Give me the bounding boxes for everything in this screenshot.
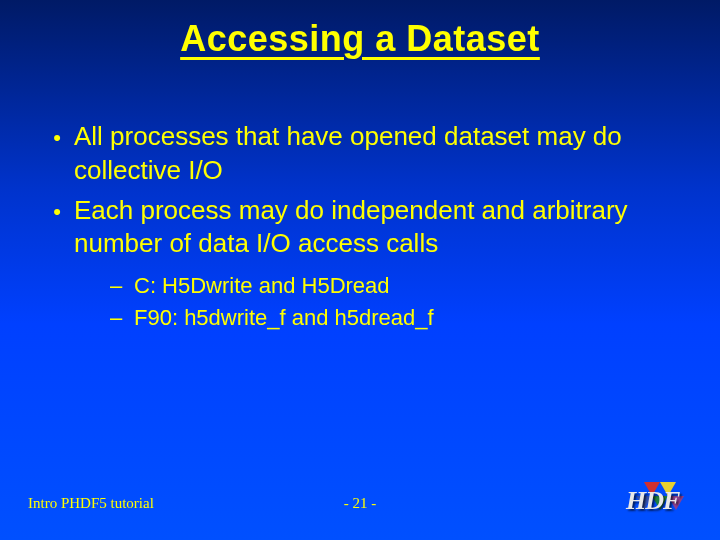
bullet-dash-icon: –	[110, 271, 134, 301]
bullet-level2: – C: H5Dwrite and H5Dread	[40, 271, 680, 301]
bullet-level1: • All processes that have opened dataset…	[40, 120, 680, 188]
bullet-dot-icon: •	[40, 120, 74, 153]
bullet-text: C: H5Dwrite and H5Dread	[134, 271, 680, 301]
bullet-text: F90: h5dwrite_f and h5dread_f	[134, 303, 680, 333]
slide: Accessing a Dataset • All processes that…	[0, 0, 720, 540]
bullet-text: All processes that have opened dataset m…	[74, 120, 680, 188]
footer: Intro PHDF5 tutorial - 21 - HDF	[0, 480, 720, 526]
bullet-level1: • Each process may do independent and ar…	[40, 194, 680, 262]
footer-left-text: Intro PHDF5 tutorial	[28, 495, 249, 512]
sub-bullet-block: – C: H5Dwrite and H5Dread – F90: h5dwrit…	[40, 271, 680, 332]
footer-logo-area: HDF	[471, 480, 692, 526]
bullet-level2: – F90: h5dwrite_f and h5dread_f	[40, 303, 680, 333]
bullet-dot-icon: •	[40, 194, 74, 227]
hdf-logo: HDF	[624, 480, 692, 522]
footer-page-number: - 21 -	[249, 495, 470, 512]
bullet-dash-icon: –	[110, 303, 134, 333]
slide-content: • All processes that have opened dataset…	[0, 60, 720, 333]
slide-title: Accessing a Dataset	[0, 0, 720, 60]
hdf-logo-text: HDF	[626, 486, 679, 516]
bullet-text: Each process may do independent and arbi…	[74, 194, 680, 262]
